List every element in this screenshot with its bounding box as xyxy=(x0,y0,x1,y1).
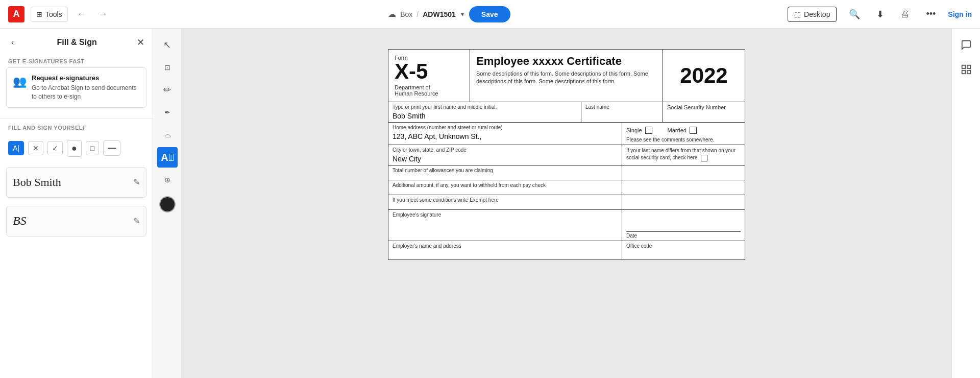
single-row: Single Married xyxy=(626,127,741,134)
sidebar-header: ‹ Fill & Sign ✕ xyxy=(0,29,153,54)
box-label: Box xyxy=(400,10,412,18)
main-area: ‹ Fill & Sign ✕ GET E-SIGNATURES FAST 👥 … xyxy=(0,29,980,378)
filename-dropdown-button[interactable]: ▾ xyxy=(460,10,465,19)
back-button[interactable]: ← xyxy=(74,7,89,21)
search-button[interactable]: 🔍 xyxy=(845,7,864,22)
more-options-button[interactable]: ••• xyxy=(922,7,940,21)
cross-tool-button[interactable]: ✕ xyxy=(28,141,43,155)
tools-grid-icon: ⊞ xyxy=(36,10,42,18)
rect-tool-button[interactable]: □ xyxy=(86,141,99,155)
name-differs-label: If your last name differs from that show… xyxy=(626,147,741,161)
single-label: Single xyxy=(626,127,642,133)
form-department: Department of Human Resource xyxy=(395,84,463,97)
marital-status-cell: Single Married Please see the comments s… xyxy=(622,123,745,145)
additional-cell: Additional amount, if any, you want to w… xyxy=(388,180,622,195)
toolbar: A ⊞ Tools ← → ☁ Box / ADW1501 ▾ Save ⬚ D… xyxy=(0,0,980,29)
address-value: 123, ABC Apt, Unknown St., xyxy=(393,132,618,140)
form-row-signature: Employee's signature Date xyxy=(388,210,745,241)
cloud-icon: ☁ xyxy=(388,9,396,19)
comment-panel-button[interactable] xyxy=(956,35,976,55)
desktop-icon: ⬚ xyxy=(794,10,801,18)
married-label: Married xyxy=(668,127,687,133)
form-row-allowances: Total number of allowances you are claim… xyxy=(388,166,745,180)
sidebar-back-button[interactable]: ‹ xyxy=(8,37,17,48)
fill-sign-sidebar: ‹ Fill & Sign ✕ GET E-SIGNATURES FAST 👥 … xyxy=(0,29,153,378)
download-button[interactable]: ⬇ xyxy=(872,7,888,22)
forward-button[interactable]: → xyxy=(95,7,111,21)
ssn-label: Social Security Number xyxy=(667,104,741,110)
name-differs-checkbox[interactable] xyxy=(701,155,707,161)
signature-preview-2[interactable]: BS ✎ xyxy=(6,206,146,237)
save-button[interactable]: Save xyxy=(469,6,510,22)
path-slash: / xyxy=(416,10,419,18)
check-tool-button[interactable]: ✓ xyxy=(47,141,63,155)
svg-rect-0 xyxy=(962,65,965,68)
employee-signature-label: Employee's signature xyxy=(393,212,618,218)
signin-button[interactable]: Sign in xyxy=(948,10,972,18)
address-cell: Home address (number and street or rural… xyxy=(388,123,622,145)
sidebar-close-button[interactable]: ✕ xyxy=(137,37,144,48)
form-row-exempt: If you meet some conditions write Exempt… xyxy=(388,195,745,210)
tools-button[interactable]: ⊞ Tools xyxy=(31,7,68,22)
form-row-employer: Employer's name and address Office code xyxy=(388,241,745,259)
signature-text-1: Bob Smith xyxy=(13,176,61,189)
document-area: Form X-5 Department of Human Resource Em… xyxy=(182,29,951,378)
stamp-tool-rail-button[interactable]: ⊕ xyxy=(157,170,178,190)
marquee-tool-rail-button[interactable]: ⊡ xyxy=(157,57,178,78)
sidebar-title: Fill & Sign xyxy=(57,38,97,47)
fill-tools-row: A| ✕ ✓ ● □ — xyxy=(0,134,153,163)
svg-rect-1 xyxy=(967,65,970,68)
last-name-cell: Last name xyxy=(581,102,663,122)
exempt-label: If you meet some conditions write Exempt… xyxy=(393,197,618,203)
right-panel xyxy=(951,29,980,378)
text-tool-button[interactable]: A| xyxy=(8,141,24,155)
esign-people-icon: 👥 xyxy=(13,75,27,88)
employer-name-cell: Employer's name and address xyxy=(388,241,622,259)
signature-preview-1[interactable]: Bob Smith ✎ xyxy=(6,167,146,198)
grid-panel-button[interactable] xyxy=(956,59,976,80)
form-header: Form X-5 Department of Human Resource Em… xyxy=(388,50,745,102)
highlight-tool-rail-button[interactable]: ✒ xyxy=(157,102,178,123)
last-name-label: Last name xyxy=(585,104,658,110)
first-name-value: Bob Smith xyxy=(393,112,577,120)
signature-edit-button-1[interactable]: ✎ xyxy=(133,177,140,187)
sidebar-divider xyxy=(0,118,153,119)
signature-text-2: BS xyxy=(13,214,27,228)
city-value: New City xyxy=(393,155,618,163)
filename-label: ADW1501 xyxy=(423,10,456,18)
married-checkbox[interactable] xyxy=(690,127,697,134)
city-cell: City or town, state, and ZIP code New Ci… xyxy=(388,145,622,165)
signature-edit-button-2[interactable]: ✎ xyxy=(133,216,140,226)
color-swatch[interactable] xyxy=(159,196,176,212)
esign-card[interactable]: 👥 Request e-signatures Go to Acrobat Sig… xyxy=(6,67,146,108)
exempt-value-cell xyxy=(622,195,745,209)
toolbar-right: ⬚ Desktop 🔍 ⬇ 🖨 ••• Sign in xyxy=(788,7,972,22)
lasso-tool-rail-button[interactable]: ⌓ xyxy=(157,125,178,145)
acrobat-logo: A xyxy=(8,6,24,22)
tool-rail: ↖ ⊡ ✏ ✒ ⌓ A| ⊕ xyxy=(153,29,182,378)
city-label: City or town, state, and ZIP code xyxy=(393,147,618,153)
form-row-city: City or town, state, and ZIP code New Ci… xyxy=(388,145,745,166)
line-tool-button[interactable]: — xyxy=(103,140,120,156)
select-tool-rail-button[interactable]: ↖ xyxy=(157,35,178,55)
form-header-left: Form X-5 Department of Human Resource xyxy=(388,50,470,102)
desktop-button[interactable]: ⬚ Desktop xyxy=(788,7,837,22)
esign-section-title: GET E-SIGNATURES FAST xyxy=(0,54,153,67)
dot-tool-button[interactable]: ● xyxy=(67,140,82,157)
office-code-cell: Office code xyxy=(622,241,745,259)
field-tool-rail-button[interactable]: A| xyxy=(157,147,178,168)
form-header-center: Employee xxxxx Certificate Some descript… xyxy=(470,50,663,102)
print-button[interactable]: 🖨 xyxy=(896,7,914,21)
single-checkbox[interactable] xyxy=(645,127,652,134)
date-label: Date xyxy=(626,231,741,239)
allowances-label: Total number of allowances you are claim… xyxy=(393,168,618,173)
form-number: X-5 xyxy=(395,61,463,82)
first-name-label: Type or print your first name and middle… xyxy=(393,104,577,110)
allowances-value-cell xyxy=(622,166,745,180)
additional-label: Additional amount, if any, you want to w… xyxy=(393,182,618,188)
tools-label: Tools xyxy=(45,10,62,18)
allowances-cell: Total number of allowances you are claim… xyxy=(388,166,622,180)
form-row-name-ssn: Type or print your first name and middle… xyxy=(388,102,745,123)
pencil-tool-rail-button[interactable]: ✏ xyxy=(157,80,178,100)
please-see-label: Please see the comments somewhere. xyxy=(626,137,741,143)
